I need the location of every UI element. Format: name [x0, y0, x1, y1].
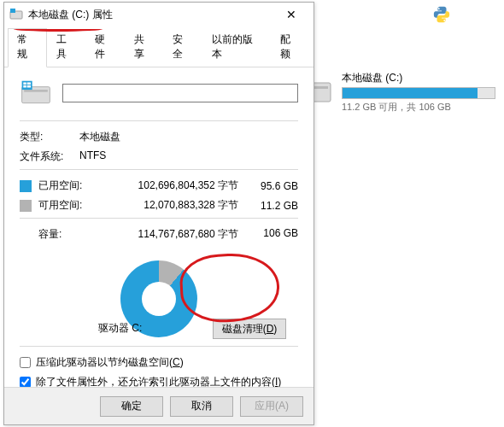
used-label: 已用空间:	[38, 178, 102, 193]
properties-dialog: 本地磁盘 (C:) 属性 ✕ 常规 工具 硬件 共享 安全 以前的版本 配额	[3, 2, 314, 425]
type-value: 本地磁盘	[79, 130, 120, 144]
tab-previous-versions[interactable]: 以前的版本	[202, 28, 272, 67]
disk-subtext: 11.2 GB 可用，共 106 GB	[342, 101, 495, 114]
drive-label: 驱动器 C:	[98, 321, 142, 336]
svg-rect-12	[24, 90, 48, 92]
filesystem-value: NTFS	[79, 149, 106, 164]
cancel-button[interactable]: 取消	[170, 396, 233, 417]
capacity-size: 106 GB	[250, 227, 298, 242]
divider	[20, 169, 298, 170]
tab-hardware[interactable]: 硬件	[85, 28, 125, 67]
compress-checkbox[interactable]	[20, 357, 31, 368]
content-disk-icon	[20, 79, 52, 107]
explorer-disk-item[interactable]: 本地磁盘 (C:) 11.2 GB 可用，共 106 GB	[296, 70, 492, 114]
type-label: 类型:	[20, 130, 79, 144]
ok-button[interactable]: 确定	[100, 396, 163, 417]
dialog-footer: 确定 取消 应用(A)	[4, 387, 314, 424]
svg-rect-15	[27, 82, 31, 85]
tab-strip: 常规 工具 硬件 共享 安全 以前的版本 配额	[4, 28, 314, 67]
tab-quota[interactable]: 配额	[271, 28, 310, 67]
close-button[interactable]: ✕	[274, 3, 308, 26]
disk-usage-bar	[342, 87, 495, 99]
tab-sharing[interactable]: 共享	[125, 28, 164, 67]
disk-name: 本地磁盘 (C:)	[342, 71, 495, 85]
apply-button[interactable]: 应用(A)	[240, 396, 303, 417]
used-bytes: 102,696,804,352 字节	[102, 178, 250, 193]
capacity-bytes: 114,767,687,680 字节	[102, 227, 250, 242]
free-swatch	[20, 200, 32, 212]
filesystem-label: 文件系统:	[20, 149, 79, 164]
disk-cleanup-button[interactable]: 磁盘清理(D)	[213, 319, 286, 339]
used-swatch	[20, 180, 32, 192]
dialog-title: 本地磁盘 (C:) 属性	[28, 8, 274, 22]
tab-tools[interactable]: 工具	[47, 28, 86, 67]
capacity-label: 容量:	[38, 227, 102, 242]
titlebar-disk-icon	[9, 8, 23, 21]
svg-point-0	[438, 8, 440, 9]
tab-content: 类型: 本地磁盘 文件系统: NTFS 已用空间: 102,696,804,35…	[4, 67, 314, 398]
divider	[20, 346, 298, 347]
used-size: 95.6 GB	[250, 180, 298, 192]
titlebar[interactable]: 本地磁盘 (C:) 属性 ✕	[4, 3, 314, 26]
divider	[20, 218, 298, 219]
free-label: 可用空间:	[38, 198, 102, 213]
svg-rect-14	[23, 82, 26, 85]
free-size: 11.2 GB	[250, 200, 298, 212]
svg-rect-16	[23, 85, 26, 88]
svg-point-1	[443, 20, 445, 21]
divider	[20, 120, 298, 121]
volume-label-input[interactable]	[62, 84, 298, 102]
free-bytes: 12,070,883,328 字节	[102, 198, 250, 213]
tab-security[interactable]: 安全	[163, 28, 202, 67]
svg-rect-17	[27, 85, 31, 88]
disk-info: 本地磁盘 (C:) 11.2 GB 可用，共 106 GB	[342, 71, 495, 114]
compress-label[interactable]: 压缩此驱动器以节约磁盘空间(C)	[36, 355, 184, 370]
svg-rect-10	[10, 9, 15, 13]
background-app-icon	[432, 5, 451, 24]
tab-general[interactable]: 常规	[8, 28, 47, 67]
